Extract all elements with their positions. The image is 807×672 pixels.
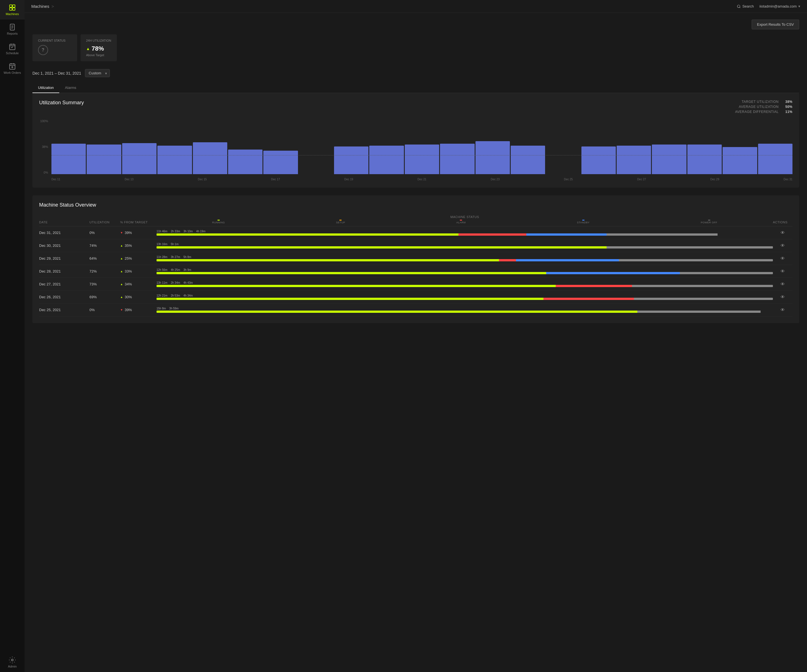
utilization-24h-card: 24h Utilization ▲ 78% Above Target bbox=[80, 34, 117, 61]
sidebar-item-admin[interactable]: Admin bbox=[0, 652, 25, 672]
running-seg bbox=[156, 259, 499, 261]
x-label: Dec 19 bbox=[344, 178, 353, 181]
alarm-seg bbox=[458, 233, 526, 236]
alarm-seg bbox=[543, 298, 634, 300]
sidebar-item-schedule[interactable]: Schedule bbox=[0, 39, 25, 59]
sidebar: Machines Reports Schedule Work Orde bbox=[0, 0, 25, 672]
status-cards: Current Status ? 24h Utilization ▲ 78% A… bbox=[32, 34, 799, 61]
power-seg-label: 5h 8m bbox=[183, 256, 191, 259]
bar bbox=[51, 144, 86, 174]
bar bbox=[581, 146, 616, 174]
running-seg bbox=[156, 310, 637, 313]
topbar-right: Search iiotadmin@amada.com ▾ bbox=[737, 4, 800, 8]
bar-group bbox=[440, 119, 474, 174]
status-time-labels: 13h 16m5h 1m bbox=[156, 243, 773, 246]
breadcrumb-separator: > bbox=[51, 4, 54, 9]
target-percent-value: 34% bbox=[125, 282, 132, 286]
cell-date: Dec 28, 2021 bbox=[39, 269, 90, 274]
standby-seg-label: 3h 27m bbox=[171, 256, 180, 259]
diff-value: 11% bbox=[785, 110, 792, 114]
power-seg bbox=[680, 272, 773, 274]
dot-running bbox=[218, 220, 220, 221]
sidebar-item-work-orders[interactable]: Work Orders bbox=[0, 59, 25, 78]
chart-header: Utilization Summary TARGET UTILIZATION 3… bbox=[39, 100, 792, 114]
cell-utilization: 64% bbox=[90, 256, 120, 261]
running-seg-label: 15h 8m bbox=[156, 307, 166, 310]
running-seg bbox=[156, 246, 606, 249]
alarm-label: ALARM bbox=[457, 221, 466, 224]
view-details-button[interactable]: 👁 bbox=[780, 256, 785, 261]
dot-alarm bbox=[460, 220, 462, 221]
export-csv-button[interactable]: Export Results To CSV bbox=[752, 20, 799, 29]
running-seg bbox=[156, 298, 543, 300]
tab-utilization[interactable]: Utilization bbox=[32, 83, 59, 93]
cell-status-bar: 12h 21m2h 53m4h 34m bbox=[156, 294, 773, 300]
standby-seg-label: 3h 10m bbox=[183, 230, 193, 233]
view-details-button[interactable]: 👁 bbox=[780, 282, 785, 287]
cell-date: Dec 29, 2021 bbox=[39, 256, 90, 261]
bar bbox=[86, 144, 121, 174]
sidebar-item-reports[interactable]: Reports bbox=[0, 20, 25, 39]
cell-target: ▲30% bbox=[120, 295, 156, 299]
cell-target: ▲33% bbox=[120, 269, 156, 274]
chart-stat-target: TARGET UTILIZATION 38% bbox=[742, 100, 792, 104]
bar-group bbox=[546, 119, 580, 174]
status-time-labels: 13h 11m2h 34m4h 43m bbox=[156, 281, 773, 284]
view-details-button[interactable]: 👁 bbox=[780, 295, 785, 300]
view-details-button[interactable]: 👁 bbox=[780, 243, 785, 248]
power-seg-label: 3h 59m bbox=[169, 307, 178, 310]
cell-date: Dec 27, 2021 bbox=[39, 282, 90, 286]
chart-stat-diff: AVERAGE DIFFERENTIAL 11% bbox=[735, 110, 792, 114]
cell-status-bar: 11h 28m3h 27m5h 8m bbox=[156, 256, 773, 261]
alarm-seg bbox=[499, 259, 516, 261]
bar bbox=[722, 147, 757, 174]
col-date: Date bbox=[39, 221, 90, 224]
avg-util-value: 50% bbox=[785, 105, 792, 109]
cell-actions: 👁 bbox=[773, 256, 792, 261]
trend-up-icon: ▲ bbox=[86, 46, 90, 51]
bar-group bbox=[652, 119, 686, 174]
bar bbox=[122, 143, 156, 174]
cell-target: ▼39% bbox=[120, 231, 156, 235]
bar bbox=[369, 146, 404, 174]
search-button[interactable]: Search bbox=[737, 4, 754, 8]
user-menu[interactable]: iiotadmin@amada.com ▾ bbox=[759, 4, 800, 8]
search-icon bbox=[737, 5, 741, 8]
view-details-button[interactable]: 👁 bbox=[780, 307, 785, 312]
sidebar-label-work-orders: Work Orders bbox=[3, 71, 21, 75]
cell-target: ▲35% bbox=[120, 244, 156, 248]
utilization-value: ▲ 78% bbox=[86, 45, 111, 52]
bar bbox=[687, 144, 722, 174]
cell-status-bar: 12h 56m4h 25m3h 9m bbox=[156, 268, 773, 274]
chevron-down-icon: ▾ bbox=[798, 4, 800, 8]
arrow-down-icon: ▼ bbox=[120, 231, 123, 234]
status-bar bbox=[156, 233, 773, 236]
target-percent-value: 25% bbox=[125, 256, 132, 261]
cell-utilization: 72% bbox=[90, 269, 120, 274]
view-details-button[interactable]: 👁 bbox=[780, 269, 785, 274]
x-label: Dec 23 bbox=[491, 178, 500, 181]
y-label: 100% bbox=[40, 119, 48, 123]
target-percent-value: 33% bbox=[125, 269, 132, 274]
svg-point-19 bbox=[12, 659, 13, 661]
x-label: Dec 11 bbox=[51, 178, 60, 181]
filter-select[interactable]: Custom bbox=[85, 69, 110, 77]
standby-seg bbox=[516, 259, 619, 261]
arrow-up-icon: ▲ bbox=[120, 257, 123, 260]
status-alarm-label: ALARM bbox=[457, 220, 466, 224]
breadcrumb-machines: Machines bbox=[31, 4, 49, 9]
col-util: Utilization bbox=[90, 221, 120, 224]
machine-status-overview: Machine Status Overview Date Utilization… bbox=[32, 196, 799, 323]
tab-alarms[interactable]: Alarms bbox=[59, 83, 81, 93]
alarm-seg-label: 2h 33m bbox=[171, 230, 180, 233]
sidebar-item-machines[interactable]: Machines bbox=[0, 0, 25, 20]
arrow-up-icon: ▲ bbox=[120, 283, 123, 286]
bar bbox=[334, 146, 369, 174]
arrow-up-icon: ▲ bbox=[120, 295, 123, 299]
svg-rect-1 bbox=[13, 5, 15, 7]
power-seg bbox=[634, 298, 773, 300]
bar-group bbox=[86, 119, 121, 174]
status-time-labels: 15h 8m3h 59m bbox=[156, 307, 773, 310]
x-label: Dec 29 bbox=[710, 178, 719, 181]
view-details-button[interactable]: 👁 bbox=[780, 230, 785, 236]
